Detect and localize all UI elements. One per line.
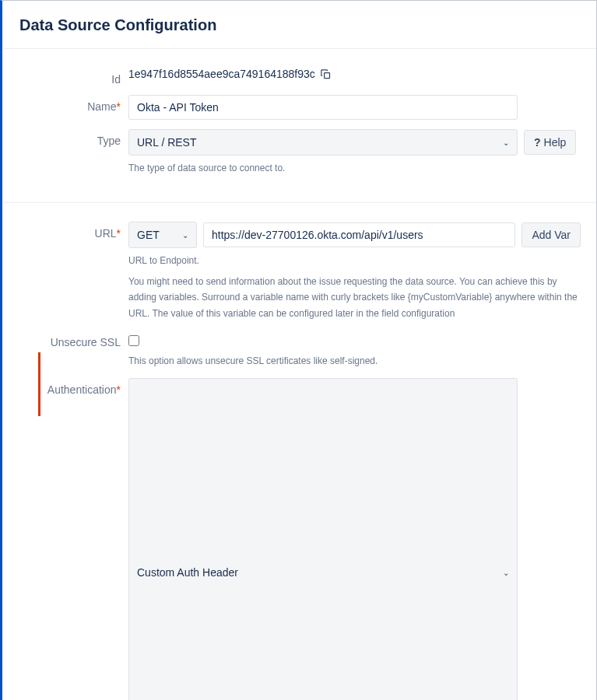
http-method-select[interactable]: GET ⌄	[128, 222, 197, 248]
url-help-text-1: URL to Endpoint.	[128, 253, 581, 268]
help-button[interactable]: ? Help	[524, 130, 576, 155]
url-label: URL*	[19, 222, 128, 240]
name-input[interactable]	[128, 95, 518, 120]
authentication-label: Authentication*	[19, 378, 128, 396]
id-label: Id	[19, 68, 128, 86]
type-select[interactable]: URL / REST ⌄	[128, 129, 518, 156]
add-var-button[interactable]: Add Var	[521, 222, 581, 247]
type-label: Type	[19, 129, 128, 147]
name-label: Name*	[19, 95, 128, 113]
authentication-select[interactable]: Custom Auth Header ⌄	[128, 378, 518, 700]
url-input[interactable]	[203, 222, 515, 247]
copy-icon[interactable]	[320, 68, 332, 80]
type-select-value: URL / REST	[137, 136, 197, 149]
chevron-down-icon: ⌄	[503, 569, 509, 577]
page-title: Data Source Configuration	[19, 16, 581, 34]
unsecure-ssl-help-text: This option allows unsecure SSL certific…	[128, 353, 581, 369]
url-help-text-2: You might need to send information about…	[128, 274, 581, 321]
http-method-value: GET	[137, 229, 160, 241]
authentication-value: Custom Auth Header	[137, 566, 238, 579]
chevron-down-icon: ⌄	[182, 231, 188, 240]
svg-rect-0	[324, 72, 329, 78]
type-help-text: The type of data source to connect to.	[128, 160, 581, 176]
chevron-down-icon: ⌄	[503, 138, 509, 147]
unsecure-ssl-label: Unsecure SSL	[19, 331, 128, 348]
id-value: 1e947f16d8554aee9ca749164188f93c	[128, 68, 315, 80]
unsecure-ssl-checkbox[interactable]	[128, 335, 139, 346]
